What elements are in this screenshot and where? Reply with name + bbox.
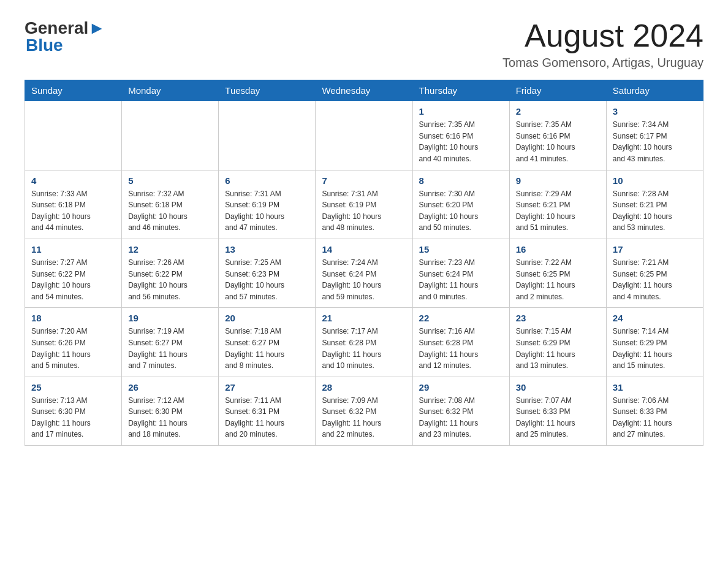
logo-area: General► Blue <box>25 18 105 55</box>
calendar-table: SundayMondayTuesdayWednesdayThursdayFrid… <box>25 80 703 446</box>
day-number: 7 <box>322 175 406 186</box>
day-info: Sunrise: 7:07 AMSunset: 6:33 PMDaylight:… <box>516 395 600 440</box>
calendar-cell-week3-day5: 16Sunrise: 7:22 AMSunset: 6:25 PMDayligh… <box>509 239 606 307</box>
day-number: 20 <box>225 313 309 323</box>
calendar-cell-week5-day3: 28Sunrise: 7:09 AMSunset: 6:32 PMDayligh… <box>316 377 412 445</box>
day-info: Sunrise: 7:26 AMSunset: 6:22 PMDaylight:… <box>128 257 212 302</box>
day-number: 15 <box>419 244 503 255</box>
calendar-cell-week4-day4: 22Sunrise: 7:16 AMSunset: 6:28 PMDayligh… <box>412 308 509 377</box>
logo-triangle-icon: ► <box>88 18 105 37</box>
day-number: 14 <box>322 244 406 255</box>
day-info: Sunrise: 7:35 AMSunset: 6:16 PMDaylight:… <box>516 119 600 164</box>
calendar-cell-week4-day0: 18Sunrise: 7:20 AMSunset: 6:26 PMDayligh… <box>25 308 122 377</box>
weekday-header-friday: Friday <box>509 80 606 101</box>
day-number: 24 <box>613 313 697 323</box>
weekday-header-thursday: Thursday <box>412 80 509 101</box>
day-info: Sunrise: 7:06 AMSunset: 6:33 PMDaylight:… <box>613 395 697 440</box>
day-info: Sunrise: 7:24 AMSunset: 6:24 PMDaylight:… <box>322 257 406 302</box>
day-number: 6 <box>225 175 309 186</box>
day-info: Sunrise: 7:16 AMSunset: 6:28 PMDaylight:… <box>419 326 503 371</box>
day-number: 3 <box>613 106 697 117</box>
day-number: 1 <box>419 106 503 117</box>
day-number: 22 <box>419 313 503 323</box>
day-info: Sunrise: 7:14 AMSunset: 6:29 PMDaylight:… <box>613 326 697 371</box>
day-info: Sunrise: 7:23 AMSunset: 6:24 PMDaylight:… <box>419 257 503 302</box>
calendar-cell-week2-day3: 7Sunrise: 7:31 AMSunset: 6:19 PMDaylight… <box>316 170 412 239</box>
calendar-body: 1Sunrise: 7:35 AMSunset: 6:16 PMDaylight… <box>25 101 703 446</box>
calendar-week-4: 18Sunrise: 7:20 AMSunset: 6:26 PMDayligh… <box>25 308 703 377</box>
calendar-week-5: 25Sunrise: 7:13 AMSunset: 6:30 PMDayligh… <box>25 377 703 445</box>
day-info: Sunrise: 7:27 AMSunset: 6:22 PMDaylight:… <box>31 257 115 302</box>
day-info: Sunrise: 7:18 AMSunset: 6:27 PMDaylight:… <box>225 326 309 371</box>
calendar-cell-week3-day2: 13Sunrise: 7:25 AMSunset: 6:23 PMDayligh… <box>219 239 316 307</box>
day-info: Sunrise: 7:09 AMSunset: 6:32 PMDaylight:… <box>322 395 406 440</box>
day-info: Sunrise: 7:17 AMSunset: 6:28 PMDaylight:… <box>322 326 406 371</box>
day-info: Sunrise: 7:19 AMSunset: 6:27 PMDaylight:… <box>128 326 212 371</box>
day-info: Sunrise: 7:21 AMSunset: 6:25 PMDaylight:… <box>613 257 697 302</box>
day-info: Sunrise: 7:32 AMSunset: 6:18 PMDaylight:… <box>128 188 212 234</box>
weekday-header-row: SundayMondayTuesdayWednesdayThursdayFrid… <box>25 80 703 101</box>
day-info: Sunrise: 7:08 AMSunset: 6:32 PMDaylight:… <box>419 395 503 440</box>
day-info: Sunrise: 7:31 AMSunset: 6:19 PMDaylight:… <box>225 188 309 234</box>
calendar-cell-week1-day5: 2Sunrise: 7:35 AMSunset: 6:16 PMDaylight… <box>509 101 606 170</box>
day-info: Sunrise: 7:20 AMSunset: 6:26 PMDaylight:… <box>31 326 115 371</box>
day-info: Sunrise: 7:30 AMSunset: 6:20 PMDaylight:… <box>419 188 503 234</box>
calendar-cell-week3-day4: 15Sunrise: 7:23 AMSunset: 6:24 PMDayligh… <box>412 239 509 307</box>
day-number: 8 <box>419 175 503 186</box>
calendar-cell-week2-day4: 8Sunrise: 7:30 AMSunset: 6:20 PMDaylight… <box>412 170 509 239</box>
day-info: Sunrise: 7:31 AMSunset: 6:19 PMDaylight:… <box>322 188 406 234</box>
calendar-cell-week4-day1: 19Sunrise: 7:19 AMSunset: 6:27 PMDayligh… <box>122 308 219 377</box>
calendar-cell-week3-day6: 17Sunrise: 7:21 AMSunset: 6:25 PMDayligh… <box>606 239 703 307</box>
calendar-cell-week4-day5: 23Sunrise: 7:15 AMSunset: 6:29 PMDayligh… <box>509 308 606 377</box>
calendar-cell-week1-day1 <box>122 101 219 170</box>
day-info: Sunrise: 7:35 AMSunset: 6:16 PMDaylight:… <box>419 119 503 164</box>
calendar-week-2: 4Sunrise: 7:33 AMSunset: 6:18 PMDaylight… <box>25 170 703 239</box>
calendar-cell-week4-day3: 21Sunrise: 7:17 AMSunset: 6:28 PMDayligh… <box>316 308 412 377</box>
day-number: 25 <box>31 382 115 393</box>
day-info: Sunrise: 7:29 AMSunset: 6:21 PMDaylight:… <box>516 188 600 234</box>
weekday-header-saturday: Saturday <box>606 80 703 101</box>
calendar-header: SundayMondayTuesdayWednesdayThursdayFrid… <box>25 80 703 101</box>
calendar-cell-week5-day1: 26Sunrise: 7:12 AMSunset: 6:30 PMDayligh… <box>122 377 219 445</box>
day-info: Sunrise: 7:11 AMSunset: 6:31 PMDaylight:… <box>225 395 309 440</box>
calendar-cell-week3-day1: 12Sunrise: 7:26 AMSunset: 6:22 PMDayligh… <box>122 239 219 307</box>
weekday-header-sunday: Sunday <box>25 80 122 101</box>
calendar-cell-week1-day0 <box>25 101 122 170</box>
calendar-cell-week5-day6: 31Sunrise: 7:06 AMSunset: 6:33 PMDayligh… <box>606 377 703 445</box>
calendar-cell-week5-day0: 25Sunrise: 7:13 AMSunset: 6:30 PMDayligh… <box>25 377 122 445</box>
location-subtitle: Tomas Gomensoro, Artigas, Uruguay <box>502 56 703 70</box>
calendar-cell-week3-day0: 11Sunrise: 7:27 AMSunset: 6:22 PMDayligh… <box>25 239 122 307</box>
day-number: 12 <box>128 244 212 255</box>
calendar-cell-week4-day6: 24Sunrise: 7:14 AMSunset: 6:29 PMDayligh… <box>606 308 703 377</box>
calendar-cell-week4-day2: 20Sunrise: 7:18 AMSunset: 6:27 PMDayligh… <box>219 308 316 377</box>
day-number: 21 <box>322 313 406 323</box>
calendar-cell-week5-day4: 29Sunrise: 7:08 AMSunset: 6:32 PMDayligh… <box>412 377 509 445</box>
weekday-header-tuesday: Tuesday <box>219 80 316 101</box>
month-title: August 2024 <box>502 18 703 53</box>
day-number: 9 <box>516 175 600 186</box>
day-info: Sunrise: 7:25 AMSunset: 6:23 PMDaylight:… <box>225 257 309 302</box>
day-number: 23 <box>516 313 600 323</box>
calendar-week-1: 1Sunrise: 7:35 AMSunset: 6:16 PMDaylight… <box>25 101 703 170</box>
day-number: 13 <box>225 244 309 255</box>
day-info: Sunrise: 7:12 AMSunset: 6:30 PMDaylight:… <box>128 395 212 440</box>
calendar-cell-week5-day5: 30Sunrise: 7:07 AMSunset: 6:33 PMDayligh… <box>509 377 606 445</box>
day-number: 5 <box>128 175 212 186</box>
day-number: 19 <box>128 313 212 323</box>
calendar-cell-week1-day6: 3Sunrise: 7:34 AMSunset: 6:17 PMDaylight… <box>606 101 703 170</box>
weekday-header-wednesday: Wednesday <box>316 80 412 101</box>
day-info: Sunrise: 7:33 AMSunset: 6:18 PMDaylight:… <box>31 188 115 234</box>
weekday-header-monday: Monday <box>122 80 219 101</box>
day-number: 18 <box>31 313 115 323</box>
title-area: August 2024 Tomas Gomensoro, Artigas, Ur… <box>502 18 703 70</box>
day-number: 31 <box>613 382 697 393</box>
day-number: 27 <box>225 382 309 393</box>
day-number: 30 <box>516 382 600 393</box>
calendar-cell-week2-day6: 10Sunrise: 7:28 AMSunset: 6:21 PMDayligh… <box>606 170 703 239</box>
calendar-cell-week2-day0: 4Sunrise: 7:33 AMSunset: 6:18 PMDaylight… <box>25 170 122 239</box>
page-header: General► Blue August 2024 Tomas Gomensor… <box>25 18 703 70</box>
day-number: 17 <box>613 244 697 255</box>
logo-blue-text: Blue <box>26 36 63 55</box>
day-info: Sunrise: 7:34 AMSunset: 6:17 PMDaylight:… <box>613 119 697 164</box>
day-number: 29 <box>419 382 503 393</box>
